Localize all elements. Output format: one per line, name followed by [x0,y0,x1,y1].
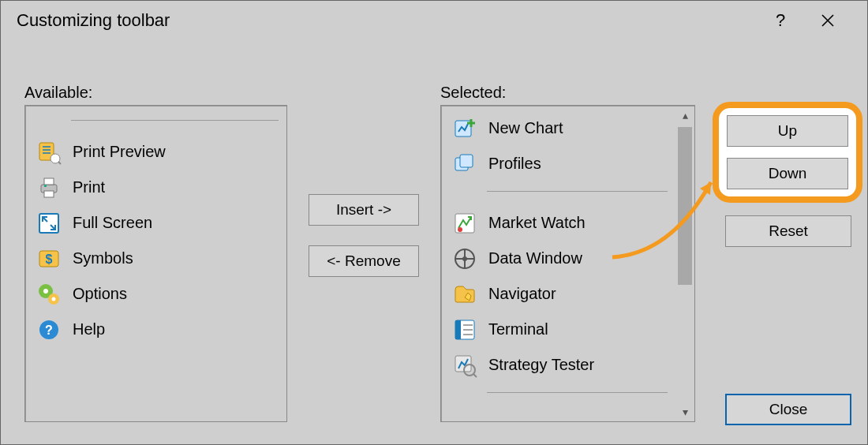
terminal-icon [452,317,477,342]
symbols-icon: $ [36,246,62,271]
svg-rect-4 [44,191,54,197]
svg-rect-3 [44,178,54,185]
options-icon [36,282,62,307]
list-item-label: Data Window [488,249,582,267]
remove-button-label: <- Remove [327,252,400,270]
remove-button[interactable]: <- Remove [309,245,419,277]
svg-text:?: ? [45,323,53,337]
list-item[interactable]: Options [32,276,286,312]
down-button[interactable]: Down [727,158,848,189]
close-icon [821,13,835,28]
available-label: Available: [24,84,92,102]
list-item[interactable]: Strategy Tester [447,347,675,383]
reset-button[interactable]: Reset [725,215,851,247]
dialog-window: Customizing toolbar ? Available: Selecte… [0,0,868,445]
available-list[interactable]: Print Preview Print Full Screen [24,105,287,422]
insert-button[interactable]: Insert -> [309,194,419,226]
fullscreen-icon [36,211,62,236]
scroll-up-icon[interactable]: ▴ [676,107,694,124]
close-window-button[interactable] [804,1,851,40]
list-item-label: Print [73,178,105,196]
list-item[interactable]: Navigator [447,276,675,312]
up-button[interactable]: Up [727,115,848,147]
window-title: Customizing toolbar [17,10,757,31]
svg-point-21 [462,256,467,261]
close-button[interactable]: Close [725,394,851,425]
list-item[interactable]: ? Help [32,312,286,347]
list-item[interactable]: New Chart [447,110,675,146]
selected-list[interactable]: New Chart Profiles Market Watch [440,105,695,422]
list-item-label: Print Preview [73,143,166,161]
svg-rect-17 [460,155,473,167]
svg-point-10 [43,289,48,294]
up-button-label: Up [778,122,797,140]
list-item-label: New Chart [488,119,563,137]
list-item-label: Options [73,285,127,303]
list-item[interactable]: $ Symbols [32,241,286,276]
print-preview-icon [36,140,62,165]
scrollbar[interactable]: ▴ ▾ [676,107,694,421]
close-button-label: Close [769,401,808,418]
list-item-label: Market Watch [488,214,586,232]
market-watch-icon [452,211,477,236]
help-icon: ? [36,317,62,342]
list-item-label: Navigator [488,285,556,303]
scrollbar-thumb[interactable] [678,127,692,285]
list-item-label: Help [73,320,105,338]
list-item[interactable]: Full Screen [32,205,286,241]
svg-rect-5 [44,185,47,187]
list-item[interactable]: Data Window [447,241,675,276]
selected-label: Selected: [440,84,506,102]
help-button[interactable]: ? [757,1,804,40]
list-separator[interactable] [447,383,675,406]
down-button-label: Down [769,165,807,182]
dialog-body: Available: Selected: Print Preview Print [1,40,867,444]
list-item[interactable]: Terminal [447,312,675,347]
profiles-icon [452,151,477,177]
list-item-label: Strategy Tester [488,356,594,374]
highlight-callout: Up Down [713,102,862,203]
titlebar: Customizing toolbar ? [1,1,867,40]
list-item-label: Profiles [488,155,541,173]
list-separator[interactable] [447,181,675,205]
list-item[interactable]: Print Preview [32,134,286,170]
list-item-label: Full Screen [73,214,152,232]
list-item-label: Symbols [73,249,133,267]
navigator-icon [452,282,477,307]
reset-button-label: Reset [769,222,808,240]
list-item[interactable]: Print [32,170,286,205]
list-separator[interactable] [32,110,286,134]
svg-point-12 [52,297,56,301]
new-chart-icon [452,116,477,141]
strategy-tester-icon [452,353,477,378]
insert-button-label: Insert -> [336,201,391,219]
svg-text:$: $ [46,252,53,266]
scroll-down-icon[interactable]: ▾ [676,403,694,421]
list-item-label: Terminal [488,320,548,338]
list-item[interactable]: Market Watch [447,205,675,241]
svg-point-19 [458,227,462,232]
print-icon [36,175,62,200]
svg-rect-23 [455,320,461,339]
data-window-icon [452,246,477,271]
list-item[interactable]: Profiles [447,146,675,181]
